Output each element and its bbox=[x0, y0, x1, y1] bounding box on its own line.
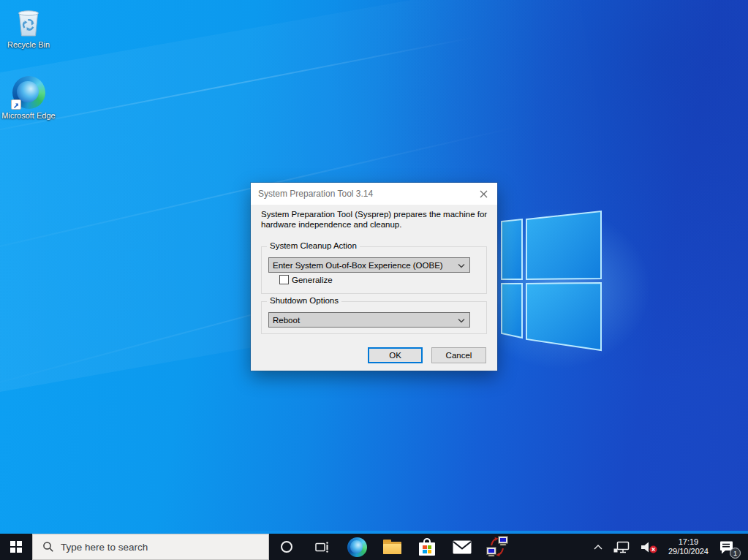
chevron-down-icon bbox=[458, 318, 465, 323]
group-label: System Cleanup Action bbox=[267, 241, 360, 250]
clock-date: 29/10/2024 bbox=[668, 547, 709, 556]
windows-start-icon bbox=[10, 541, 22, 553]
action-center-button[interactable]: 1 bbox=[714, 534, 742, 560]
desktop-icon-label: Microsoft Edge bbox=[1, 111, 55, 121]
volume-muted-icon bbox=[641, 541, 658, 553]
edge-icon bbox=[347, 537, 367, 557]
system-cleanup-action-group: System Cleanup Action Enter System Out-o… bbox=[261, 246, 487, 294]
file-explorer-button[interactable] bbox=[374, 534, 409, 560]
dialog-description: System Preparation Tool (Sysprep) prepar… bbox=[261, 210, 487, 230]
generalize-checkbox-row[interactable]: Generalize bbox=[279, 275, 333, 284]
microsoft-store-button[interactable] bbox=[409, 534, 445, 560]
sysprep-dialog: System Preparation Tool 3.14 System Prep… bbox=[251, 183, 497, 371]
recycle-bin-icon bbox=[12, 5, 45, 39]
windows-logo-wallpaper bbox=[497, 207, 605, 355]
desktop: Recycle Bin Microsoft Edge System Prepar… bbox=[0, 0, 748, 560]
mail-button[interactable] bbox=[445, 534, 480, 560]
store-icon bbox=[418, 538, 436, 556]
cancel-button[interactable]: Cancel bbox=[431, 347, 486, 363]
ethernet-network-icon bbox=[613, 541, 630, 553]
generalize-checkbox-label: Generalize bbox=[292, 276, 333, 284]
chevron-up-icon bbox=[593, 544, 603, 550]
file-explorer-icon bbox=[383, 540, 401, 554]
close-button[interactable] bbox=[469, 183, 497, 205]
cortana-button[interactable] bbox=[269, 534, 304, 560]
generalize-checkbox[interactable] bbox=[279, 275, 289, 284]
dialog-description-line1: System Preparation Tool (Sysprep) prepar… bbox=[261, 210, 487, 220]
system-tray: 17:19 29/10/2024 1 bbox=[588, 534, 748, 560]
shutdown-options-dropdown-value: Reboot bbox=[273, 316, 300, 325]
search-input[interactable] bbox=[61, 542, 243, 553]
taskbar-search-box[interactable] bbox=[32, 534, 269, 560]
network-app-button[interactable] bbox=[480, 534, 515, 560]
cleanup-action-dropdown-value: Enter System Out-of-Box Experience (OOBE… bbox=[273, 261, 443, 270]
shutdown-options-group: Shutdown Options Reboot bbox=[261, 301, 487, 334]
search-icon bbox=[42, 541, 54, 553]
clock-time: 17:19 bbox=[668, 537, 709, 547]
dialog-body: System Preparation Tool (Sysprep) prepar… bbox=[251, 205, 497, 371]
taskbar-clock[interactable]: 17:19 29/10/2024 bbox=[663, 537, 714, 556]
start-button[interactable] bbox=[0, 534, 32, 560]
desktop-icon-recycle-bin[interactable]: Recycle Bin bbox=[1, 5, 56, 50]
taskbar: 17:19 29/10/2024 1 bbox=[0, 534, 748, 560]
group-label: Shutdown Options bbox=[267, 296, 341, 305]
task-view-button[interactable] bbox=[304, 534, 339, 560]
network-tray-button[interactable] bbox=[608, 534, 635, 560]
tray-overflow-button[interactable] bbox=[588, 534, 608, 560]
edge-taskbar-button[interactable] bbox=[339, 534, 374, 560]
dialog-title: System Preparation Tool 3.14 bbox=[251, 189, 469, 199]
shutdown-options-dropdown[interactable]: Reboot bbox=[268, 312, 470, 328]
dialog-description-line2: hardware independence and cleanup. bbox=[261, 220, 487, 230]
mail-icon bbox=[453, 540, 472, 554]
volume-tray-button[interactable] bbox=[635, 534, 663, 560]
cleanup-action-dropdown[interactable]: Enter System Out-of-Box Experience (OOBE… bbox=[268, 257, 470, 273]
notification-count-badge: 1 bbox=[730, 548, 741, 559]
dialog-titlebar[interactable]: System Preparation Tool 3.14 bbox=[251, 183, 497, 205]
shortcut-arrow-icon bbox=[11, 99, 21, 110]
desktop-icon-microsoft-edge[interactable]: Microsoft Edge bbox=[1, 75, 56, 121]
ok-button[interactable]: OK bbox=[368, 347, 423, 363]
desktop-icon-label: Recycle Bin bbox=[7, 40, 50, 50]
close-icon bbox=[480, 190, 488, 198]
task-view-icon bbox=[314, 541, 329, 553]
chevron-down-icon bbox=[458, 263, 465, 268]
cortana-icon bbox=[281, 541, 292, 553]
network-computers-icon bbox=[486, 535, 509, 559]
